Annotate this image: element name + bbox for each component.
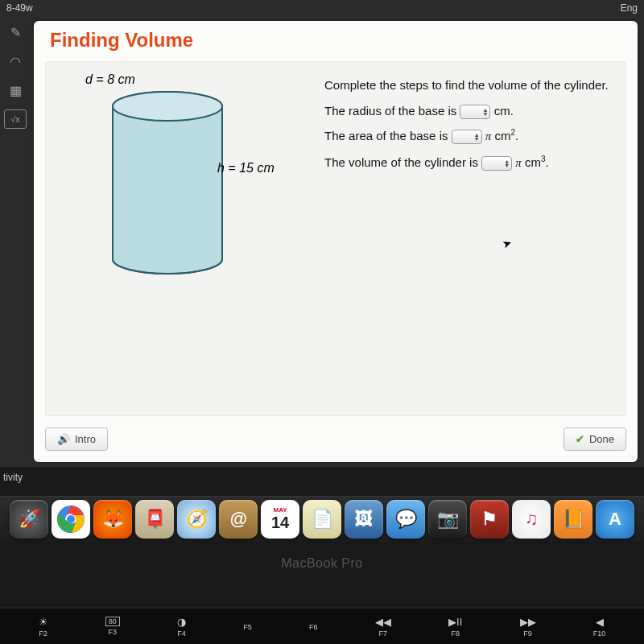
radius-suffix: cm. [494, 104, 514, 118]
top-left-label: 8-49w [6, 2, 33, 14]
speaker-icon: 🔊 [57, 433, 70, 445]
macos-dock: 🚀 🦊 📮 🧭 @ MAY 14 📄 🖼 💬 📷 ⚑ ♫ 📙 A [0, 496, 644, 542]
activity-label: tivity [0, 467, 644, 488]
keyboard-fn-row: ☀F2 80F3 ◑F4 F5 F6 ◀◀F7 ▶IIF8 ▶▶F9 ◀F10 [0, 607, 644, 644]
calendar-day: 14 [271, 514, 289, 532]
left-tool-rail: ✎ ◠ ▦ √x [0, 16, 31, 467]
volume-unit: cm [525, 155, 541, 169]
dock-contacts[interactable]: @ [219, 500, 258, 539]
key-f8[interactable]: ▶IIF8 [448, 616, 462, 638]
key-f6[interactable]: F6 [309, 621, 318, 631]
dock-launchpad[interactable]: 🚀 [10, 500, 48, 539]
volume-dropdown[interactable]: ▲▼ [481, 156, 512, 171]
area-line: The area of the base is ▲▼ π cm2. [324, 123, 617, 150]
volume-pi: π [515, 156, 522, 169]
dock-ibooks[interactable]: 📙 [554, 500, 592, 539]
dock-facetime[interactable]: 📷 [428, 500, 467, 539]
dock-appstore[interactable]: A [596, 500, 634, 539]
done-button[interactable]: ✔ Done [564, 427, 626, 451]
panel-body: d = 8 cm h = 15 cm Complete the steps to… [45, 61, 626, 416]
key-f7[interactable]: ◀◀F7 [375, 616, 391, 638]
key-f3[interactable]: 80F3 [105, 617, 120, 636]
top-right-label: Eng [621, 2, 638, 14]
area-prefix: The area of the base is [324, 129, 452, 142]
radius-line: The radius of the base is ▲▼ cm. [324, 98, 617, 124]
key-f4[interactable]: ◑F4 [177, 616, 186, 638]
dock-firefox[interactable]: 🦊 [93, 500, 132, 539]
volume-line: The volume of the cylinder is ▲▼ π cm3. [324, 150, 617, 176]
calendar-month: MAY [261, 506, 299, 514]
dock-preview[interactable]: 🖼 [345, 500, 383, 539]
app-shell: ✎ ◠ ▦ √x Finding Volume d = 8 cm h = 15 [0, 16, 644, 467]
headphones-icon[interactable]: ◠ [4, 52, 27, 71]
question-column: Complete the steps to find the volume of… [324, 72, 617, 405]
area-unit: cm [495, 129, 511, 142]
key-f2[interactable]: ☀F2 [39, 616, 48, 638]
svg-point-4 [67, 515, 75, 523]
pencil-icon[interactable]: ✎ [4, 23, 27, 42]
page-title: Finding Volume [50, 29, 623, 52]
dock-mail[interactable]: 📮 [135, 500, 174, 539]
lesson-panel: Finding Volume d = 8 cm h = 15 cm Comple… [34, 21, 638, 462]
intro-button[interactable]: 🔊 Intro [45, 427, 108, 451]
instruction-text: Complete the steps to find the volume of… [324, 72, 617, 98]
browser-top-bar: 8-49w Eng [0, 0, 644, 16]
calculator-icon[interactable]: ▦ [4, 80, 27, 100]
dock-calendar[interactable]: MAY 14 [261, 500, 299, 539]
dock-notes[interactable]: 📄 [303, 500, 341, 539]
dock-messages[interactable]: 💬 [386, 500, 425, 539]
height-label: h = 15 cm [217, 161, 275, 175]
area-pi: π [485, 130, 492, 142]
cylinder-figure [103, 89, 324, 285]
dock-itunes[interactable]: ♫ [512, 500, 551, 539]
volume-prefix: The volume of the cylinder is [324, 155, 481, 169]
dock-safari[interactable]: 🧭 [177, 500, 216, 539]
area-period: . [515, 129, 518, 142]
panel-header: Finding Volume [34, 21, 638, 52]
diameter-label: d = 8 cm [85, 72, 324, 87]
sqrt-icon[interactable]: √x [4, 109, 27, 129]
panel-footer: 🔊 Intro ✔ Done [34, 424, 638, 462]
dock-chrome[interactable] [52, 500, 90, 539]
done-label: Done [589, 433, 614, 445]
radius-dropdown[interactable]: ▲▼ [460, 105, 490, 119]
check-icon: ✔ [576, 433, 584, 445]
intro-label: Intro [75, 433, 96, 445]
key-f10[interactable]: ◀F10 [593, 616, 606, 638]
key-f5[interactable]: F5 [243, 621, 252, 631]
area-dropdown[interactable]: ▲▼ [452, 130, 482, 144]
dock-flag[interactable]: ⚑ [470, 500, 509, 539]
svg-point-1 [113, 92, 222, 121]
radius-prefix: The radius of the base is [324, 104, 460, 118]
figure-column: d = 8 cm h = 15 cm [55, 72, 324, 405]
laptop-label: MacBook Pro [0, 556, 644, 571]
key-f9[interactable]: ▶▶F9 [520, 616, 536, 638]
volume-period: . [546, 155, 549, 169]
